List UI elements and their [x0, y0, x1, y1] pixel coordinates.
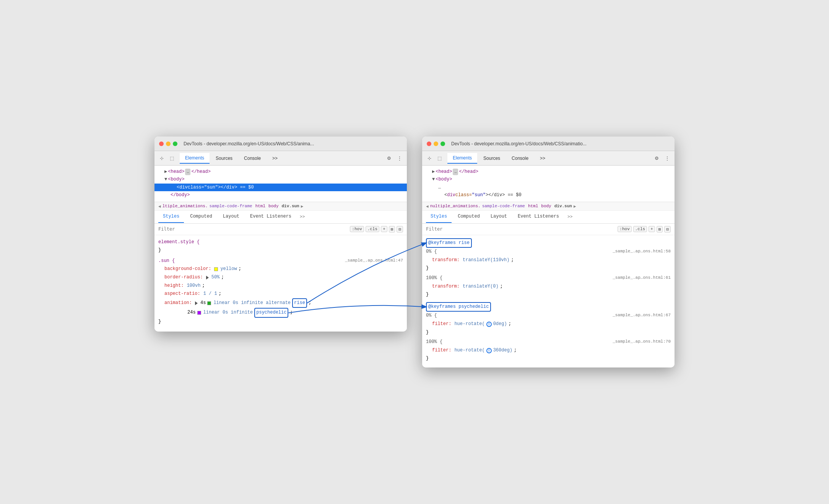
subtab-layout-right[interactable]: Layout	[486, 211, 512, 223]
breadcrumb-frame-right[interactable]: sample-code-frame	[482, 204, 525, 208]
title-bar-left: DevTools - developer.mozilla.org/en-US/d…	[154, 137, 407, 151]
content-area-right: ▶ <head> … </head> ▼ <body> … <div class…	[422, 166, 675, 367]
inspector-icon[interactable]: ⬚	[167, 154, 176, 163]
minimize-button-right[interactable]	[434, 141, 438, 146]
css-block-sun: .sun { _sample_.ap…ons.html:47 backgroun…	[158, 257, 403, 326]
dom-head-line-right: ▶ <head> … </head>	[426, 168, 671, 176]
devtools-window-right: DevTools - developer.mozilla.org/en-US/d…	[422, 137, 675, 367]
breadcrumb-arrow-right-right: ▶	[574, 204, 576, 209]
cls-btn-right[interactable]: .cls	[633, 226, 647, 232]
devtools-window-left: DevTools - developer.mozilla.org/en-US/d…	[154, 137, 407, 332]
settings-icon-right[interactable]: ⚙	[652, 154, 661, 163]
tab-more-right[interactable]: >>	[535, 153, 551, 164]
more-icon-right[interactable]: ⋮	[663, 154, 671, 163]
tab-bar-right-right: ⚙ ⋮	[652, 154, 671, 163]
yellow-swatch	[214, 267, 218, 271]
inspector-icon-right[interactable]: ⬚	[435, 154, 444, 163]
subtab-more-right[interactable]: >>	[565, 214, 575, 220]
window-title-right: DevTools - developer.mozilla.org/en-US/d…	[451, 141, 587, 146]
hov-btn-left[interactable]: :hov	[350, 226, 364, 232]
dom-section-left: ▶ <head> … </head> ▼ <body> <div class="…	[154, 166, 407, 202]
breadcrumb-arrow-right: ◀	[426, 204, 429, 209]
tab-bar-right-left: ⚙ ⋮	[385, 154, 404, 163]
close-button[interactable]	[159, 141, 164, 146]
breadcrumb-html-right[interactable]: html	[528, 204, 538, 208]
cursor-icon[interactable]: ⊹	[158, 154, 166, 163]
filter-btns-left: :hov .cls + ⊞ ⊟	[350, 226, 403, 232]
tab-more-left[interactable]: >>	[267, 153, 283, 164]
maximize-button-right[interactable]	[441, 141, 445, 146]
info-icon-0deg: !	[486, 322, 492, 327]
close-button-right[interactable]	[427, 141, 431, 146]
tab-elements-right[interactable]: Elements	[447, 153, 477, 164]
cls-btn-left[interactable]: .cls	[366, 226, 379, 232]
breadcrumb-filename-right[interactable]: nultiple_animations.	[430, 204, 481, 208]
settings-icon-left[interactable]: ⚙	[385, 154, 393, 163]
copy-styles-btn-left[interactable]: ⊞	[389, 226, 395, 232]
keyframes-rise-block: @keyframes rise 0% { _sample_.ap…ons.htm…	[426, 238, 671, 299]
tab-elements-left[interactable]: Elements	[180, 153, 210, 164]
hov-btn-right[interactable]: :hov	[618, 226, 631, 232]
breadcrumb-body-right[interactable]: body	[541, 204, 551, 208]
expand-animation1[interactable]	[195, 301, 198, 305]
subtab-eventlisteners-left[interactable]: Event Listeners	[245, 211, 296, 223]
subtab-more-left[interactable]: >>	[297, 214, 307, 220]
breadcrumb-body[interactable]: body	[268, 204, 278, 208]
expand-head[interactable]: ▶	[164, 168, 167, 176]
breadcrumb-right: ◀ nultiple_animations.sample-code-frame …	[422, 202, 675, 211]
tab-sources-left[interactable]: Sources	[210, 153, 238, 164]
sub-tab-bar-right: Styles Computed Layout Event Listeners >…	[422, 211, 675, 224]
minimize-button[interactable]	[166, 141, 171, 146]
subtab-computed-left[interactable]: Computed	[185, 211, 217, 223]
css-panel-right: @keyframes rise 0% { _sample_.ap…ons.htm…	[422, 235, 675, 367]
filter-input-right[interactable]	[426, 226, 615, 232]
tab-bar-icons-right: ⊹ ⬚	[425, 154, 444, 163]
tab-bar-icons-left: ⊹ ⬚	[158, 154, 176, 163]
subtab-computed-right[interactable]: Computed	[453, 211, 484, 223]
breadcrumb-divsun-right[interactable]: div.sun	[554, 204, 572, 208]
dom-section-right: ▶ <head> … </head> ▼ <body> … <div class…	[422, 166, 675, 202]
tab-console-left[interactable]: Console	[239, 153, 266, 164]
content-area-left: ▶ <head> … </head> ▼ <body> <div class="…	[154, 166, 407, 332]
subtab-eventlisteners-right[interactable]: Event Listeners	[513, 211, 564, 223]
dom-body-close: </body>	[158, 191, 403, 199]
breadcrumb-divsun[interactable]: div.sun	[281, 204, 299, 208]
traffic-lights-right	[427, 141, 445, 146]
traffic-lights-left	[159, 141, 177, 146]
maximize-button[interactable]	[173, 141, 177, 146]
tab-sources-right[interactable]: Sources	[478, 153, 506, 164]
subtab-layout-left[interactable]: Layout	[218, 211, 244, 223]
tab-bar-right: ⊹ ⬚ Elements Sources Console >> ⚙ ⋮	[422, 151, 675, 166]
subtab-styles-right[interactable]: Styles	[426, 211, 452, 223]
plus-btn-right[interactable]: +	[649, 226, 655, 232]
filter-btns-right: :hov .cls + ⊞ ⊟	[618, 226, 671, 232]
filter-bar-left: :hov .cls + ⊞ ⊟	[154, 224, 407, 235]
breadcrumb-frame-left[interactable]: sample-code-frame	[209, 204, 252, 208]
dom-div-sun-right[interactable]: <div class="sun" ></div> == $0	[426, 191, 671, 199]
tab-console-right[interactable]: Console	[506, 153, 534, 164]
breadcrumb-filename-left[interactable]: ltiple_animations.	[163, 204, 208, 208]
css-block-element-style: element.style { }	[158, 238, 403, 255]
copy-styles-btn-right[interactable]: ⊞	[657, 226, 663, 232]
dom-body-open-right: ▼ <body>	[426, 176, 671, 183]
expand-body[interactable]: ▼	[164, 176, 167, 183]
filter-bar-right: :hov .cls + ⊞ ⊟	[422, 224, 675, 235]
toggle-sidebar-btn-left[interactable]: ⊟	[397, 226, 403, 232]
subtab-styles-left[interactable]: Styles	[158, 211, 184, 223]
sub-tab-bar-left: Styles Computed Layout Event Listeners >…	[154, 211, 407, 224]
breadcrumb-html[interactable]: html	[255, 204, 265, 208]
breadcrumb-left: ◀ ltiple_animations.sample-code-frame ht…	[154, 202, 407, 211]
info-icon-360deg: !	[486, 348, 492, 353]
dom-div-sun[interactable]: <div class="sun" ></div> == $0	[154, 184, 407, 191]
more-icon-left[interactable]: ⋮	[395, 154, 404, 163]
keyframes-psychedelic-selector: @keyframes psychedelic	[426, 302, 491, 312]
dom-ellipsis-right: …	[426, 184, 671, 191]
filter-input-left[interactable]	[158, 226, 348, 232]
cursor-icon-right[interactable]: ⊹	[425, 154, 434, 163]
toggle-sidebar-btn-right[interactable]: ⊟	[664, 226, 671, 232]
green-swatch	[207, 301, 211, 305]
css-panel-left: element.style { } .sun { _sample_.ap…ons…	[154, 235, 407, 332]
plus-btn-left[interactable]: +	[381, 226, 387, 232]
expand-border-radius[interactable]	[206, 276, 209, 280]
window-title-left: DevTools - developer.mozilla.org/en-US/d…	[184, 141, 314, 146]
